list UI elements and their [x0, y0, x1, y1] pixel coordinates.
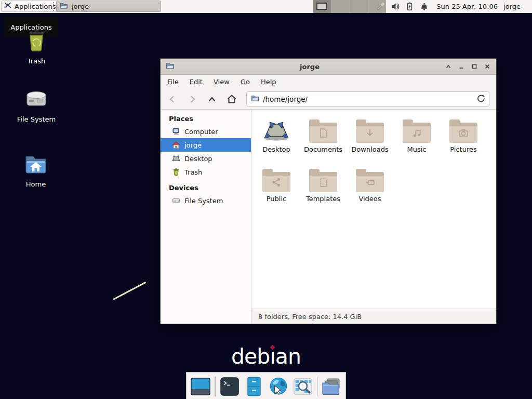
videos-folder-icon: [356, 169, 384, 192]
file-cabinet-icon: [244, 377, 264, 396]
menu-help[interactable]: Help: [261, 78, 276, 86]
file-item-documents[interactable]: Documents: [300, 117, 347, 166]
sidebar-item-desktop[interactable]: Desktop: [161, 152, 251, 165]
file-item-label: Public: [267, 195, 286, 203]
dock-launcher-folder[interactable]: [321, 376, 342, 397]
taskbar-button-jorge[interactable]: jorge: [56, 1, 161, 12]
desktop-icon-label: Home: [14, 180, 58, 188]
drive-mini-icon: [172, 196, 180, 205]
file-item-music[interactable]: Music: [393, 117, 440, 166]
menu-file[interactable]: File: [167, 78, 179, 86]
sidebar-item-label: Desktop: [184, 155, 212, 163]
home-icon: [172, 141, 180, 149]
debian-logo: debıan: [0, 344, 532, 369]
up-button[interactable]: [204, 92, 220, 107]
file-item-downloads[interactable]: Downloads: [347, 117, 393, 166]
window-folder-icon[interactable]: [166, 61, 175, 72]
dock-launcher-web-browser[interactable]: [268, 376, 289, 397]
music-folder-icon: [403, 119, 431, 143]
path-text: /home/jorge/: [263, 95, 473, 103]
file-item-label: Documents: [304, 145, 342, 153]
close-button[interactable]: [484, 63, 491, 70]
forward-button[interactable]: [184, 92, 200, 107]
status-text: 8 folders, Free space: 14.4 GiB: [258, 313, 362, 321]
path-folder-icon: [251, 94, 259, 104]
removable-media-icon[interactable]: [376, 2, 385, 11]
file-item-videos[interactable]: Videos: [347, 166, 393, 216]
sidebar-item-jorge[interactable]: jorge: [161, 138, 251, 152]
toolbar: /home/jorge/: [161, 89, 496, 110]
dock-launcher-terminal[interactable]: [219, 376, 240, 397]
home-folder-icon: [14, 152, 58, 177]
debian-logo-i: ı: [270, 344, 275, 369]
maximize-button[interactable]: [471, 63, 478, 70]
minimize-button[interactable]: [458, 63, 465, 70]
desktop-icon-label: File System: [15, 115, 58, 123]
panel-grip[interactable]: [53, 2, 55, 11]
desktop-mini-icon: [172, 154, 180, 163]
home-button[interactable]: [224, 92, 240, 107]
file-item-desktop[interactable]: Desktop: [253, 117, 300, 166]
menu-view[interactable]: View: [214, 78, 230, 86]
file-grid: Desktop Documents Downloads: [251, 110, 496, 216]
window-title: jorge: [175, 63, 445, 71]
templates-folder-icon: [309, 169, 337, 192]
reload-icon[interactable]: [476, 94, 485, 104]
menu-edit[interactable]: Edit: [190, 78, 203, 86]
top-panel: Applications jorge: [0, 0, 532, 13]
file-item-templates[interactable]: Templates: [300, 166, 347, 216]
trash-mini-icon: [172, 168, 180, 176]
sidebar-item-label: jorge: [184, 141, 202, 149]
window-body: Places Computer jorge Desktop Trash: [161, 110, 496, 324]
sidebar-item-file-system[interactable]: File System: [161, 194, 251, 207]
menu-go[interactable]: Go: [241, 78, 250, 86]
sidebar: Places Computer jorge Desktop Trash: [161, 110, 251, 324]
workspace-1[interactable]: [313, 0, 331, 13]
dock-folder-icon: [321, 377, 342, 396]
back-button[interactable]: [165, 92, 180, 107]
panel-clock[interactable]: Sun 25 Apr, 10:06: [436, 3, 498, 10]
hard-drive-icon: [15, 87, 58, 112]
downloads-folder-icon: [356, 119, 384, 143]
dock-separator: [215, 377, 216, 396]
window-titlebar[interactable]: jorge: [161, 59, 496, 75]
battery-icon[interactable]: [405, 2, 414, 11]
workspace-pager: [313, 0, 386, 13]
places-header: Places: [161, 113, 251, 125]
file-item-label: Pictures: [450, 145, 476, 153]
file-item-pictures[interactable]: Pictures: [440, 117, 487, 166]
app-finder-icon: [292, 377, 313, 396]
path-input[interactable]: /home/jorge/: [246, 91, 489, 107]
sidebar-item-computer[interactable]: Computer: [161, 125, 251, 138]
desktop-icon-label: Trash: [15, 57, 58, 65]
workspace-3[interactable]: [350, 0, 368, 13]
notifications-icon[interactable]: [420, 2, 429, 11]
terminal-icon: [219, 377, 240, 396]
file-item-label: Desktop: [262, 145, 290, 153]
file-item-label: Templates: [306, 195, 340, 203]
desktop: Applications jorge: [0, 0, 532, 399]
dock-launcher-app-finder[interactable]: [292, 376, 313, 397]
panel-username: jorge: [503, 3, 521, 10]
volume-icon[interactable]: [391, 2, 400, 11]
workspace-window-preview: [316, 3, 327, 10]
dock-launcher-file-cabinet[interactable]: [244, 376, 264, 397]
desktop-item-icon: [262, 117, 290, 143]
desktop-icon-home[interactable]: Home: [14, 152, 58, 188]
sidebar-item-trash[interactable]: Trash: [161, 165, 251, 179]
file-item-label: Downloads: [351, 145, 388, 153]
file-item-label: Music: [407, 145, 427, 153]
documents-folder-icon: [309, 119, 337, 143]
applications-menu-button[interactable]: Applications: [1, 1, 60, 12]
sidebar-item-label: File System: [184, 197, 223, 205]
file-item-public[interactable]: Public: [253, 166, 300, 216]
shade-button[interactable]: [445, 63, 452, 70]
desktop-icon-file-system[interactable]: File System: [15, 87, 58, 123]
sidebar-item-label: Trash: [184, 168, 202, 176]
taskbar-button-label: jorge: [72, 3, 89, 10]
desktop-icon-trash[interactable]: Trash: [15, 29, 58, 65]
devices-header: Devices: [161, 182, 251, 194]
pictures-folder-icon: [449, 119, 477, 143]
dock-launcher-show-desktop[interactable]: [190, 376, 211, 397]
workspace-2[interactable]: [331, 0, 350, 13]
